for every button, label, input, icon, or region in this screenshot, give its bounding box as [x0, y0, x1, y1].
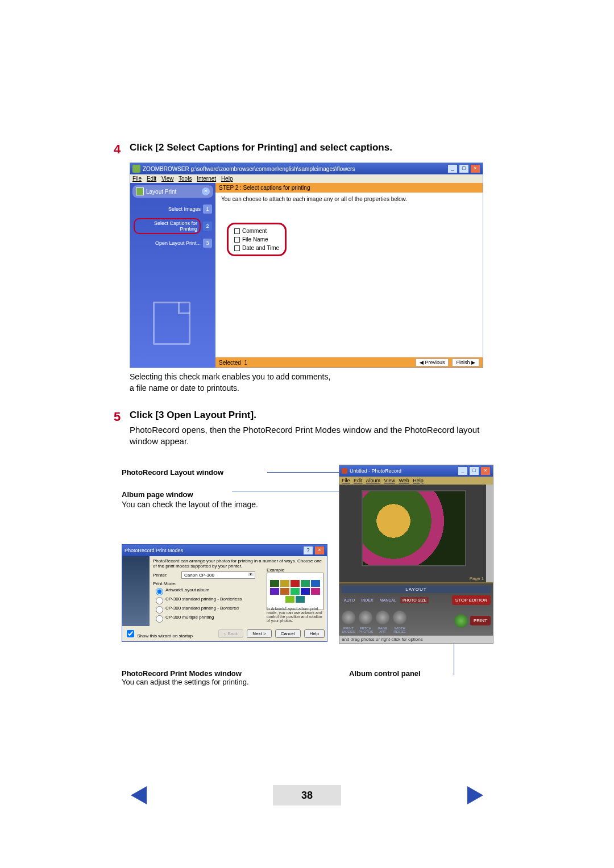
pr-back-button: < Back	[218, 629, 244, 638]
zb-menu-edit[interactable]: Edit	[147, 176, 156, 182]
thumb-icon	[311, 588, 320, 595]
pr-tab-index[interactable]: INDEX	[359, 597, 375, 603]
pr-photo-thumbnail[interactable]	[362, 490, 466, 566]
thumb-icon	[296, 596, 305, 603]
pr-tab-photosize[interactable]: PHOTO SIZE	[400, 597, 429, 603]
zb-minimize-button[interactable]: _	[447, 164, 458, 173]
pr-menu-view[interactable]: View	[384, 478, 395, 483]
pr-print-modes-window: PhotoRecord Print Modes ? × PhotoRecord …	[122, 544, 327, 642]
pr-layout-titlebar: Untitled - PhotoRecord _ □ ×	[339, 465, 493, 477]
pr-modes-note: In Artwork/Layout album print mode, you …	[267, 607, 323, 623]
checkbox-icon[interactable]	[127, 630, 134, 637]
step-4-title: Click [2 Select Captions for Printing] a…	[130, 142, 500, 153]
zb-main: STEP 2 : Select captions for printing Yo…	[215, 183, 483, 368]
pr-modes-close-button[interactable]: ×	[314, 546, 325, 555]
thumb-icon	[270, 588, 279, 595]
thumb-icon	[280, 588, 289, 595]
checkbox-icon[interactable]	[234, 237, 240, 243]
zb-check-datetime-row: Date and Time	[234, 244, 279, 252]
pr-knob-pageart[interactable]	[376, 611, 389, 624]
zb-document-icon	[153, 302, 190, 345]
zb-close-button[interactable]: ×	[470, 164, 480, 173]
zb-side-header-text: Layout Print	[146, 189, 176, 195]
next-page-arrow-icon[interactable]	[467, 786, 483, 804]
pr-modes-title-text: PhotoRecord Print Modes	[125, 548, 183, 553]
thumb-icon	[291, 588, 300, 595]
zb-step-2[interactable]: Select Captions for Printing 2	[132, 216, 213, 236]
pr-modes-footer: Show this wizard on startup < Back Next …	[122, 626, 327, 641]
zb-captions-group: Comment File Name Date and Time	[227, 223, 287, 256]
zb-menu-help[interactable]: Help	[221, 176, 233, 182]
zb-step-3[interactable]: Open Layout Print... 3	[132, 236, 213, 250]
pr-printer-dropdown[interactable]: Canon CP-300	[181, 571, 255, 579]
pr-album-page[interactable]: Page 1	[339, 485, 493, 582]
zb-step-1-label: Select Images	[134, 206, 203, 212]
layout-print-icon	[136, 187, 144, 195]
zb-menu-internet[interactable]: Internet	[197, 176, 216, 182]
thumb-icon	[301, 580, 310, 587]
pr-knob-label: PAGE ART	[376, 627, 389, 633]
radio-icon[interactable]	[156, 597, 163, 604]
prev-page-arrow-icon[interactable]	[131, 786, 147, 804]
zb-finish-button[interactable]: Finish ▶	[452, 358, 479, 366]
pr-knob-fetch[interactable]	[359, 611, 372, 624]
zb-maximize-button[interactable]: □	[459, 164, 469, 173]
zb-step-1[interactable]: Select Images 1	[132, 202, 213, 216]
zb-main-text: You can choose to attach to each image a…	[215, 193, 483, 206]
zb-sidebar: Layout Print » Select Images 1 Select Ca…	[130, 183, 215, 368]
thumb-icon	[291, 580, 300, 587]
zb-check-comment[interactable]: Comment	[242, 228, 267, 234]
pr-modes-titlebar: PhotoRecord Print Modes ? ×	[122, 545, 327, 556]
pr-tab-auto[interactable]: AUTO	[342, 597, 357, 603]
pr-scrollbar[interactable]	[486, 485, 493, 582]
zb-main-header: STEP 2 : Select captions for printing	[215, 183, 483, 193]
zb-menubar: File Edit View Tools Internet Help	[130, 174, 483, 183]
pr-example-preview	[267, 573, 323, 610]
zb-check-datetime[interactable]: Date and Time	[242, 245, 279, 251]
radio-icon[interactable]	[156, 615, 163, 623]
zb-menu-file[interactable]: File	[132, 176, 142, 182]
zb-menu-view[interactable]: View	[161, 176, 174, 182]
pr-menu-web[interactable]: Web	[399, 478, 409, 483]
pr-print-button[interactable]: PRINT	[470, 616, 491, 625]
thumb-icon	[280, 580, 289, 587]
checkbox-icon[interactable]	[234, 228, 240, 234]
zb-title-text: ZOOMBROWSER g:\software\zoombrowser\comm…	[143, 166, 355, 172]
zb-previous-button[interactable]: ◀ Previous	[416, 358, 449, 366]
pr-layout-window: Untitled - PhotoRecord _ □ × File Edit A…	[339, 465, 493, 644]
zb-check-comment-row: Comment	[234, 227, 279, 235]
pr-help-button[interactable]: Help	[304, 629, 325, 638]
pr-menu-file[interactable]: File	[342, 478, 350, 483]
zb-side-header[interactable]: Layout Print »	[132, 185, 213, 198]
thumb-icon	[285, 596, 294, 603]
pr-menu-edit[interactable]: Edit	[354, 478, 363, 483]
pr-show-wizard-checkbox[interactable]: Show this wizard on startup	[125, 628, 193, 639]
zb-menu-tools[interactable]: Tools	[179, 176, 192, 182]
pr-menu-album[interactable]: Album	[366, 478, 381, 483]
pr-maximize-button[interactable]: □	[469, 466, 479, 475]
pr-knob-printmodes[interactable]	[342, 611, 355, 624]
pr-cancel-button[interactable]: Cancel	[275, 629, 301, 638]
pr-stop-edition-button[interactable]: STOP EDITION	[452, 595, 491, 605]
page: 4 Click [2 Select Captions for Printing]…	[0, 0, 614, 868]
radio-icon[interactable]	[156, 588, 163, 595]
step-5: 5 Click [3 Open Layout Print]. PhotoReco…	[114, 410, 500, 448]
pr-knob-widthresize[interactable]	[393, 611, 406, 624]
label-album-page: Album page window	[122, 490, 281, 499]
pr-knob-label: PRINT MODES	[342, 627, 355, 633]
pr-next-button[interactable]: Next >	[247, 629, 271, 638]
zb-footer: Selected 1 ◀ Previous Finish ▶	[215, 357, 483, 368]
zb-check-filename[interactable]: File Name	[242, 236, 268, 243]
zb-selected-count: 1	[244, 360, 247, 366]
pr-tab-manual[interactable]: MANUAL	[377, 597, 399, 603]
zb-selected-label: Selected	[219, 360, 241, 366]
photorecord-area: PhotoRecord Layout window Album page win…	[130, 459, 493, 675]
pr-modes-help-button[interactable]: ?	[303, 546, 313, 555]
pr-print-knob-icon[interactable]	[454, 614, 468, 628]
pr-minimize-button[interactable]: _	[458, 466, 468, 475]
radio-icon[interactable]	[156, 606, 163, 614]
pr-close-button[interactable]: ×	[480, 466, 491, 475]
pr-menu-help[interactable]: Help	[413, 478, 424, 483]
zb-step-2-num: 2	[203, 222, 212, 231]
checkbox-icon[interactable]	[234, 245, 240, 251]
